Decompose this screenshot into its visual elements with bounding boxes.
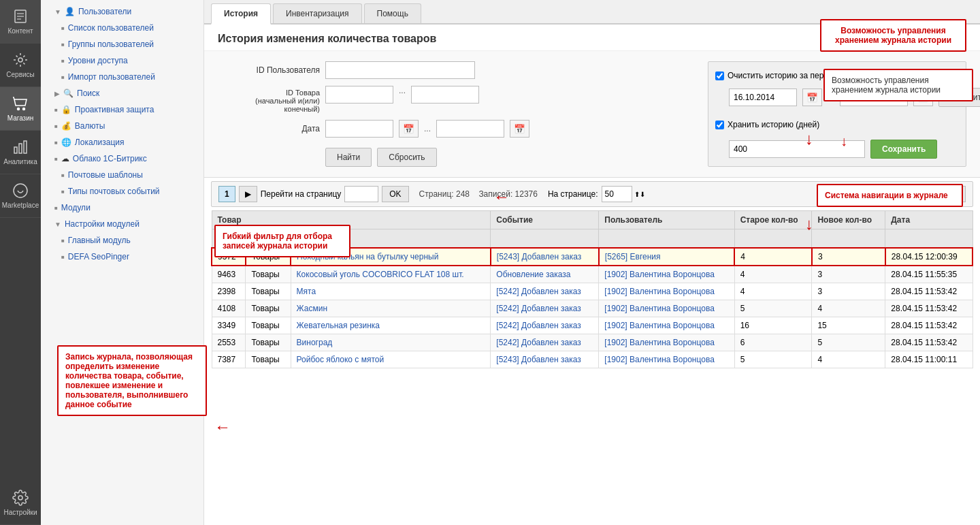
table-cell[interactable]: [1902] Валентина Воронцова [599, 317, 734, 334]
table-link[interactable]: [1902] Валентина Воронцова [604, 270, 715, 279]
date-to-cal-btn[interactable]: 📅 [510, 120, 529, 138]
product-id-to-input[interactable] [411, 86, 479, 104]
page-number-input[interactable] [344, 186, 378, 202]
table-link[interactable]: [1902] Валентина Воронцова [604, 304, 715, 313]
table-link[interactable]: [5242] Добавлен заказ [496, 287, 581, 296]
nav-link-mail-events[interactable]: Типы почтовых событий [68, 187, 160, 196]
clear-cal-btn[interactable]: 📅 [802, 89, 822, 106]
table-link[interactable]: [5265] Евгения [605, 252, 661, 261]
table-link[interactable]: Ройбос яблоко с мятой [297, 355, 385, 364]
per-page-input[interactable] [602, 186, 632, 202]
table-link[interactable]: [5242] Добавлен заказ [496, 321, 581, 330]
table-cell[interactable]: [5242] Добавлен заказ [491, 317, 599, 334]
table-cell[interactable]: [1902] Валентина Воронцова [599, 300, 734, 317]
nav-item-module-settings[interactable]: ▼ Настройки модулей [41, 216, 203, 232]
nav-link-module-settings[interactable]: Настройки модулей [65, 219, 140, 229]
clear-history-checkbox[interactable] [715, 71, 724, 80]
table-link[interactable]: [5243] Добавлен заказ [497, 252, 581, 261]
nav-item-currencies[interactable]: ■ 💰 Валюты [41, 118, 203, 134]
table-link[interactable]: [5242] Добавлен заказ [496, 338, 581, 347]
go-to-page-ok[interactable]: OK [382, 186, 408, 202]
nav-item-main-module[interactable]: ■ Главный модуль [41, 232, 203, 249]
nav-link-seopinger[interactable]: DEFA SeoPinger [68, 252, 129, 261]
table-link[interactable]: [5243] Добавлен заказ [496, 355, 581, 364]
nav-item-mail-events[interactable]: ■ Типы почтовых событий [41, 183, 203, 200]
table-cell[interactable]: [5242] Добавлен заказ [491, 283, 599, 300]
nav-link-users[interactable]: Пользователи [78, 7, 131, 16]
nav-link-protection[interactable]: Проактивная защита [75, 105, 154, 114]
find-button[interactable]: Найти [325, 148, 372, 167]
reset-button[interactable]: Сбросить [377, 148, 436, 167]
save-button[interactable]: Сохранить [870, 140, 937, 159]
current-page-btn[interactable]: 1 [218, 186, 235, 202]
table-link[interactable]: Жевательная резинка [297, 321, 380, 330]
table-cell[interactable]: [1902] Валентина Воронцова [599, 351, 734, 368]
table-cell[interactable]: [5242] Добавлен заказ [491, 300, 599, 317]
nav-item-import-users[interactable]: ■ Импорт пользователей [41, 69, 203, 85]
nav-item-user-list[interactable]: ■ Список пользователей [41, 20, 203, 36]
table-cell[interactable]: [1902] Валентина Воронцова [599, 334, 734, 351]
nav-item-protection[interactable]: ■ 🔒 Проактивная защита [41, 101, 203, 118]
table-cell[interactable]: Ройбос яблоко с мятой [291, 351, 491, 368]
keep-history-checkbox[interactable] [715, 121, 724, 129]
table-cell[interactable]: Жасмин [291, 300, 491, 317]
sidebar-item-content[interactable]: Контент [0, 0, 41, 44]
sidebar-item-marketplace[interactable]: Marketplace [0, 174, 41, 218]
table-cell[interactable]: [1902] Валентина Воронцова [599, 283, 734, 300]
table-cell[interactable]: [5265] Евгения [599, 248, 734, 266]
clear-date-from[interactable] [729, 89, 797, 106]
tab-inventory[interactable]: Инвентаризация [273, 3, 361, 23]
nav-link-mail-templates[interactable]: Почтовые шаблоны [68, 170, 143, 180]
sidebar-item-shop[interactable]: Магазин [0, 87, 41, 131]
date-to-input[interactable] [436, 120, 504, 138]
nav-link-search[interactable]: Поиск [77, 89, 99, 98]
nav-link-modules[interactable]: Модули [61, 203, 91, 212]
table-link[interactable]: Жасмин [297, 304, 327, 313]
table-cell[interactable]: Кокосовый уголь COCOBRICO FLAT 108 шт. [291, 266, 491, 283]
product-id-from-input[interactable] [325, 86, 393, 104]
nav-link-access-levels[interactable]: Уровни доступа [68, 56, 128, 65]
nav-item-mail-templates[interactable]: ■ Почтовые шаблоны [41, 167, 203, 183]
nav-link-cloud[interactable]: Облако 1С-Битрикс [73, 154, 147, 163]
table-link[interactable]: Виноград [297, 338, 333, 347]
table-link[interactable]: [1902] Валентина Воронцова [604, 355, 715, 364]
table-link[interactable]: [1902] Валентина Воронцова [604, 321, 715, 330]
table-link[interactable]: [1902] Валентина Воронцова [604, 338, 715, 347]
nav-link-currencies[interactable]: Валюты [75, 121, 105, 131]
nav-link-import-users[interactable]: Импорт пользователей [68, 72, 155, 82]
nav-item-users-parent[interactable]: ▼ 👤 Пользователи [41, 3, 203, 20]
sidebar-item-services[interactable]: Сервисы [0, 44, 41, 87]
table-cell[interactable]: Виноград [291, 334, 491, 351]
table-link[interactable]: Обновление заказа [496, 270, 570, 279]
sidebar-item-settings[interactable]: Настройки [0, 481, 41, 525]
table-link[interactable]: Кокосовый уголь COCOBRICO FLAT 108 шт. [297, 270, 464, 279]
table-cell[interactable]: [5243] Добавлен заказ [491, 248, 599, 266]
tab-history[interactable]: История [211, 3, 271, 25]
sidebar-item-analytics[interactable]: Аналитика [0, 131, 41, 174]
nav-item-search[interactable]: ▶ 🔍 Поиск [41, 85, 203, 101]
table-link[interactable]: [1902] Валентина Воронцова [604, 287, 715, 296]
nav-item-modules[interactable]: ■ Модули [41, 200, 203, 216]
user-id-input[interactable] [325, 61, 475, 79]
table-cell[interactable]: Обновление заказа [491, 266, 599, 283]
next-page-btn[interactable]: ▶ [239, 186, 257, 202]
table-cell[interactable]: Мята [291, 283, 491, 300]
nav-link-user-groups[interactable]: Группы пользователей [68, 39, 154, 49]
nav-link-main-module[interactable]: Главный модуль [68, 236, 131, 245]
nav-item-user-groups[interactable]: ■ Группы пользователей [41, 36, 203, 52]
date-from-input[interactable] [325, 120, 393, 138]
table-cell[interactable]: [5243] Добавлен заказ [491, 351, 599, 368]
table-cell[interactable]: [5242] Добавлен заказ [491, 334, 599, 351]
table-cell[interactable]: [1902] Валентина Воронцова [599, 266, 734, 283]
nav-item-cloud[interactable]: ■ ☁ Облако 1С-Битрикс [41, 150, 203, 167]
nav-link-user-list[interactable]: Список пользователей [68, 23, 154, 33]
nav-item-seopinger[interactable]: ■ DEFA SeoPinger [41, 249, 203, 265]
tab-help[interactable]: Помощь [364, 3, 421, 23]
table-link[interactable]: Мята [297, 287, 316, 296]
nav-item-access-levels[interactable]: ■ Уровни доступа [41, 52, 203, 69]
nav-item-localization[interactable]: ■ 🌐 Локализация [41, 134, 203, 150]
nav-link-localization[interactable]: Локализация [75, 138, 125, 147]
table-cell[interactable]: Жевательная резинка [291, 317, 491, 334]
date-from-cal-btn[interactable]: 📅 [399, 120, 419, 138]
table-link[interactable]: [5242] Добавлен заказ [496, 304, 581, 313]
